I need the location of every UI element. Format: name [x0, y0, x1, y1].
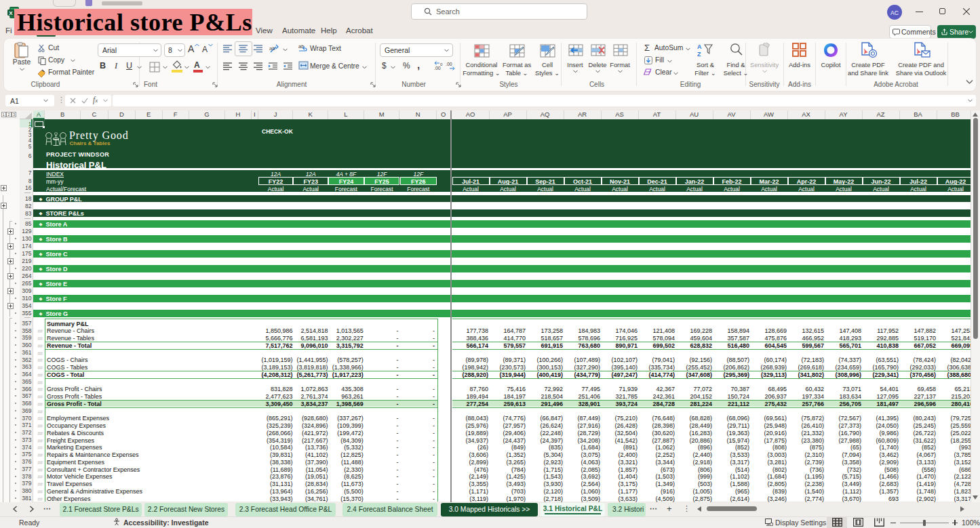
svg-text:X: X — [9, 10, 13, 16]
svg-text:ab: ab — [269, 45, 275, 52]
svg-text:A: A — [697, 43, 702, 50]
svg-text:.00: .00 — [434, 66, 441, 70]
svg-text:0: 0 — [440, 62, 443, 66]
svg-text:Z: Z — [697, 51, 701, 57]
svg-text:.00: .00 — [446, 62, 452, 66]
